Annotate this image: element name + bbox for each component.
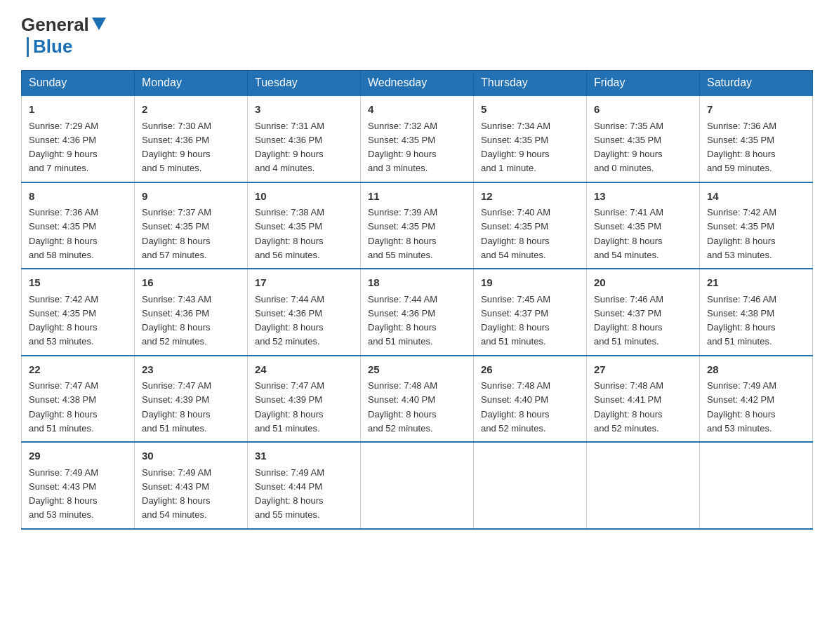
- calendar-cell: 20 Sunrise: 7:46 AMSunset: 4:37 PMDaylig…: [587, 269, 700, 356]
- weekday-header-tuesday: Tuesday: [248, 71, 361, 96]
- day-number: 18: [368, 275, 466, 291]
- calendar-table: SundayMondayTuesdayWednesdayThursdayFrid…: [21, 70, 813, 530]
- week-row-2: 8 Sunrise: 7:36 AMSunset: 4:35 PMDayligh…: [22, 182, 813, 269]
- calendar-cell: 26 Sunrise: 7:48 AMSunset: 4:40 PMDaylig…: [474, 356, 587, 443]
- day-number: 5: [481, 102, 579, 118]
- calendar-cell: 17 Sunrise: 7:44 AMSunset: 4:36 PMDaylig…: [248, 269, 361, 356]
- cell-content: Sunrise: 7:46 AMSunset: 4:38 PMDaylight:…: [707, 294, 776, 347]
- calendar-cell: 2 Sunrise: 7:30 AMSunset: 4:36 PMDayligh…: [135, 95, 248, 182]
- cell-content: Sunrise: 7:43 AMSunset: 4:36 PMDaylight:…: [142, 294, 211, 347]
- calendar-cell: 28 Sunrise: 7:49 AMSunset: 4:42 PMDaylig…: [700, 356, 813, 443]
- logo-blue-text: Blue: [33, 36, 72, 58]
- logo: General Blue: [21, 14, 106, 58]
- calendar-cell: 19 Sunrise: 7:45 AMSunset: 4:37 PMDaylig…: [474, 269, 587, 356]
- day-number: 22: [29, 362, 127, 378]
- calendar-cell: 22 Sunrise: 7:47 AMSunset: 4:38 PMDaylig…: [22, 356, 135, 443]
- cell-content: Sunrise: 7:41 AMSunset: 4:35 PMDaylight:…: [594, 207, 663, 260]
- day-number: 27: [594, 362, 692, 378]
- cell-content: Sunrise: 7:34 AMSunset: 4:35 PMDaylight:…: [481, 121, 550, 174]
- day-number: 24: [255, 362, 353, 378]
- day-number: 23: [142, 362, 240, 378]
- calendar-cell: 21 Sunrise: 7:46 AMSunset: 4:38 PMDaylig…: [700, 269, 813, 356]
- calendar-cell: 25 Sunrise: 7:48 AMSunset: 4:40 PMDaylig…: [361, 356, 474, 443]
- calendar-cell: 23 Sunrise: 7:47 AMSunset: 4:39 PMDaylig…: [135, 356, 248, 443]
- calendar-cell: 10 Sunrise: 7:38 AMSunset: 4:35 PMDaylig…: [248, 182, 361, 269]
- day-number: 28: [707, 362, 805, 378]
- day-number: 1: [29, 102, 127, 118]
- cell-content: Sunrise: 7:46 AMSunset: 4:37 PMDaylight:…: [594, 294, 663, 347]
- calendar-cell: 31 Sunrise: 7:49 AMSunset: 4:44 PMDaylig…: [248, 442, 361, 529]
- calendar-cell: [474, 442, 587, 529]
- calendar-cell: [700, 442, 813, 529]
- day-number: 3: [255, 102, 353, 118]
- cell-content: Sunrise: 7:48 AMSunset: 4:40 PMDaylight:…: [368, 380, 437, 434]
- cell-content: Sunrise: 7:38 AMSunset: 4:35 PMDaylight:…: [255, 207, 324, 260]
- day-number: 13: [594, 189, 692, 205]
- calendar-cell: 13 Sunrise: 7:41 AMSunset: 4:35 PMDaylig…: [587, 182, 700, 269]
- logo-text: General: [21, 14, 106, 36]
- cell-content: Sunrise: 7:47 AMSunset: 4:38 PMDaylight:…: [29, 380, 98, 434]
- cell-content: Sunrise: 7:48 AMSunset: 4:40 PMDaylight:…: [481, 380, 550, 434]
- cell-content: Sunrise: 7:49 AMSunset: 4:43 PMDaylight:…: [142, 467, 211, 521]
- calendar-cell: 14 Sunrise: 7:42 AMSunset: 4:35 PMDaylig…: [700, 182, 813, 269]
- cell-content: Sunrise: 7:37 AMSunset: 4:35 PMDaylight:…: [142, 207, 211, 260]
- calendar-cell: 8 Sunrise: 7:36 AMSunset: 4:35 PMDayligh…: [22, 182, 135, 269]
- calendar-cell: 6 Sunrise: 7:35 AMSunset: 4:35 PMDayligh…: [587, 95, 700, 182]
- week-row-5: 29 Sunrise: 7:49 AMSunset: 4:43 PMDaylig…: [22, 442, 813, 529]
- cell-content: Sunrise: 7:35 AMSunset: 4:35 PMDaylight:…: [594, 121, 663, 174]
- cell-content: Sunrise: 7:32 AMSunset: 4:35 PMDaylight:…: [368, 121, 437, 174]
- day-number: 11: [368, 189, 466, 205]
- cell-content: Sunrise: 7:36 AMSunset: 4:35 PMDaylight:…: [29, 207, 98, 260]
- cell-content: Sunrise: 7:49 AMSunset: 4:43 PMDaylight:…: [29, 467, 98, 521]
- logo-triangle-icon: [92, 18, 106, 30]
- day-number: 2: [142, 102, 240, 118]
- cell-content: Sunrise: 7:42 AMSunset: 4:35 PMDaylight:…: [29, 294, 98, 347]
- cell-content: Sunrise: 7:29 AMSunset: 4:36 PMDaylight:…: [29, 121, 98, 174]
- day-number: 25: [368, 362, 466, 378]
- day-number: 7: [707, 102, 805, 118]
- cell-content: Sunrise: 7:45 AMSunset: 4:37 PMDaylight:…: [481, 294, 550, 347]
- calendar-cell: 24 Sunrise: 7:47 AMSunset: 4:39 PMDaylig…: [248, 356, 361, 443]
- cell-content: Sunrise: 7:39 AMSunset: 4:35 PMDaylight:…: [368, 207, 437, 260]
- day-number: 10: [255, 189, 353, 205]
- calendar-cell: [361, 442, 474, 529]
- cell-content: Sunrise: 7:31 AMSunset: 4:36 PMDaylight:…: [255, 121, 324, 174]
- day-number: 9: [142, 189, 240, 205]
- day-number: 20: [594, 275, 692, 291]
- cell-content: Sunrise: 7:47 AMSunset: 4:39 PMDaylight:…: [142, 380, 211, 434]
- cell-content: Sunrise: 7:44 AMSunset: 4:36 PMDaylight:…: [255, 294, 324, 347]
- logo-general: General: [21, 14, 89, 36]
- calendar-cell: 1 Sunrise: 7:29 AMSunset: 4:36 PMDayligh…: [22, 95, 135, 182]
- calendar-cell: 12 Sunrise: 7:40 AMSunset: 4:35 PMDaylig…: [474, 182, 587, 269]
- day-number: 17: [255, 275, 353, 291]
- day-number: 4: [368, 102, 466, 118]
- day-number: 19: [481, 275, 579, 291]
- weekday-header-row: SundayMondayTuesdayWednesdayThursdayFrid…: [22, 71, 813, 96]
- calendar-cell: 15 Sunrise: 7:42 AMSunset: 4:35 PMDaylig…: [22, 269, 135, 356]
- weekday-header-saturday: Saturday: [700, 71, 813, 96]
- calendar-cell: 30 Sunrise: 7:49 AMSunset: 4:43 PMDaylig…: [135, 442, 248, 529]
- logo-divider: [27, 37, 29, 57]
- day-number: 30: [142, 448, 240, 464]
- weekday-header-wednesday: Wednesday: [361, 71, 474, 96]
- day-number: 14: [707, 189, 805, 205]
- calendar-cell: 7 Sunrise: 7:36 AMSunset: 4:35 PMDayligh…: [700, 95, 813, 182]
- cell-content: Sunrise: 7:49 AMSunset: 4:44 PMDaylight:…: [255, 467, 324, 521]
- cell-content: Sunrise: 7:30 AMSunset: 4:36 PMDaylight:…: [142, 121, 211, 174]
- calendar-cell: 4 Sunrise: 7:32 AMSunset: 4:35 PMDayligh…: [361, 95, 474, 182]
- calendar-cell: [587, 442, 700, 529]
- day-number: 31: [255, 448, 353, 464]
- cell-content: Sunrise: 7:36 AMSunset: 4:35 PMDaylight:…: [707, 121, 776, 174]
- day-number: 6: [594, 102, 692, 118]
- calendar-cell: 18 Sunrise: 7:44 AMSunset: 4:36 PMDaylig…: [361, 269, 474, 356]
- cell-content: Sunrise: 7:47 AMSunset: 4:39 PMDaylight:…: [255, 380, 324, 434]
- weekday-header-sunday: Sunday: [22, 71, 135, 96]
- day-number: 21: [707, 275, 805, 291]
- calendar-cell: 16 Sunrise: 7:43 AMSunset: 4:36 PMDaylig…: [135, 269, 248, 356]
- calendar-cell: 11 Sunrise: 7:39 AMSunset: 4:35 PMDaylig…: [361, 182, 474, 269]
- week-row-4: 22 Sunrise: 7:47 AMSunset: 4:38 PMDaylig…: [22, 356, 813, 443]
- weekday-header-friday: Friday: [587, 71, 700, 96]
- day-number: 16: [142, 275, 240, 291]
- cell-content: Sunrise: 7:40 AMSunset: 4:35 PMDaylight:…: [481, 207, 550, 260]
- cell-content: Sunrise: 7:42 AMSunset: 4:35 PMDaylight:…: [707, 207, 776, 260]
